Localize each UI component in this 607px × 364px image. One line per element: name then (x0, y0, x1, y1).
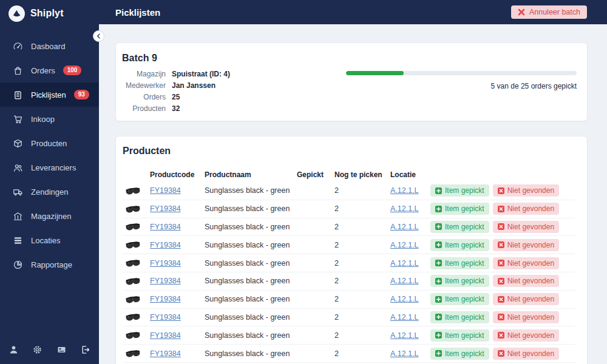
item-picked-button[interactable]: Item gepickt (430, 239, 489, 251)
products-title: Producten (123, 145, 575, 157)
location-link[interactable]: A.12.1.L (390, 295, 419, 303)
sidebar-item-dashboard[interactable]: Dasboard (0, 34, 99, 58)
sidebar-footer (0, 337, 99, 364)
item-picked-button[interactable]: Item gepickt (430, 293, 489, 305)
item-picked-button[interactable]: Item gepickt (430, 275, 489, 287)
sidebar-item-reports[interactable]: Rapportage (0, 252, 99, 277)
product-name: Sunglasses black - green (205, 241, 297, 249)
product-code-link[interactable]: FY19384 (150, 259, 181, 268)
product-thumbnail (123, 205, 150, 213)
logout-icon[interactable] (80, 345, 90, 355)
table-header-row: Productcode Productnaam Gepickt Nog te p… (123, 167, 575, 182)
to-pick-count: 2 (334, 259, 390, 268)
product-name: Sunglasses black - green (205, 204, 297, 213)
field-label: Medewerker (122, 81, 166, 90)
table-row: FY19384 Sunglasses black - green 2 A.12.… (123, 309, 575, 327)
location-link[interactable]: A.12.1.L (390, 349, 419, 358)
app-root: Shiplyt Dasboard Orders 100 Picklij (0, 0, 607, 364)
plus-icon (435, 241, 442, 248)
location-link[interactable]: A.12.1.L (390, 313, 419, 322)
plus-icon (435, 350, 442, 357)
product-code-link[interactable]: FY19384 (150, 295, 181, 303)
location-link[interactable]: A.12.1.L (390, 204, 419, 213)
x-icon (498, 260, 504, 266)
table-row: FY19384 Sunglasses black - green 2 A.12.… (123, 200, 575, 218)
product-code-link[interactable]: FY19384 (150, 241, 181, 249)
col-location: Locatie (390, 170, 430, 179)
product-thumbnail (123, 349, 150, 357)
orders-count-badge: 100 (63, 66, 82, 75)
sidebar-item-locations[interactable]: Locaties (0, 228, 99, 252)
location-link[interactable]: A.12.1.L (390, 259, 419, 268)
plus-icon (435, 314, 442, 320)
sidebar-item-picklists[interactable]: Picklijsten 93 (0, 83, 99, 107)
product-code-link[interactable]: FY19384 (150, 349, 181, 358)
cancel-batch-button[interactable]: Annuleer batch (511, 5, 587, 19)
progress-caption: 5 van de 25 orders gepickt (346, 82, 577, 90)
field-label: Orders (122, 93, 166, 101)
app-logo[interactable]: Shiplyt (0, 0, 99, 27)
location-link[interactable]: A.12.1.L (390, 241, 419, 249)
not-found-button[interactable]: Niet gevonden (493, 203, 559, 215)
sidebar-item-label: Leveranciers (31, 163, 76, 172)
not-found-button[interactable]: Niet gevonden (493, 184, 559, 197)
product-code-link[interactable]: FY19384 (150, 277, 181, 285)
not-found-button[interactable]: Niet gevonden (493, 239, 559, 251)
user-icon[interactable] (8, 345, 19, 355)
sidebar-item-orders[interactable]: Orders 100 (0, 58, 99, 83)
location-link[interactable]: A.12.1.L (390, 277, 419, 285)
red-x-icon (518, 8, 525, 16)
item-picked-button[interactable]: Item gepickt (430, 311, 489, 323)
table-row: FY19384 Sunglasses black - green 2 A.12.… (123, 272, 575, 291)
product-code-link[interactable]: FY19384 (150, 204, 181, 213)
sunglasses-image (125, 187, 141, 195)
col-productname: Productnaam (205, 170, 297, 179)
item-picked-button[interactable]: Item gepickt (430, 221, 489, 233)
not-found-button[interactable]: Niet gevonden (493, 221, 559, 233)
sunglasses-image (125, 313, 141, 321)
location-link[interactable]: A.12.1.L (390, 331, 419, 340)
not-found-button[interactable]: Niet gevonden (493, 257, 559, 269)
product-thumbnail (123, 331, 150, 339)
location-link[interactable]: A.12.1.L (390, 186, 419, 195)
sidebar-item-products[interactable]: Producten (0, 131, 99, 155)
col-picked: Gepickt (297, 170, 334, 179)
item-picked-button[interactable]: Item gepickt (430, 348, 489, 360)
row-actions: Item gepickt Niet gevonden (430, 257, 575, 269)
terminal-icon[interactable] (56, 345, 67, 355)
item-picked-button[interactable]: Item gepickt (430, 329, 489, 342)
product-code-link[interactable]: FY19384 (150, 186, 181, 195)
location-link[interactable]: A.12.1.L (390, 223, 419, 231)
pie-chart-icon (13, 260, 23, 270)
not-found-button[interactable]: Niet gevonden (493, 329, 559, 342)
not-found-button[interactable]: Niet gevonden (493, 293, 559, 305)
x-icon (498, 350, 504, 357)
sidebar-collapse-button[interactable] (93, 30, 104, 42)
box-icon (13, 138, 23, 149)
product-code-link[interactable]: FY19384 (150, 313, 181, 322)
item-picked-button[interactable]: Item gepickt (430, 203, 489, 215)
sidebar-item-suppliers[interactable]: Leveranciers (0, 155, 99, 180)
sunglasses-image (125, 295, 141, 303)
sidebar-item-warehouses[interactable]: Magazijnen (0, 204, 99, 228)
item-picked-button[interactable]: Item gepickt (430, 184, 489, 197)
item-picked-label: Item gepickt (445, 331, 484, 340)
col-productcode: Productcode (150, 170, 205, 179)
item-picked-label: Item gepickt (445, 204, 484, 213)
sidebar-item-label: Picklijsten (31, 90, 66, 99)
shopping-bag-icon (13, 66, 23, 76)
product-code-link[interactable]: FY19384 (150, 223, 181, 231)
table-body: FY19384 Sunglasses black - green 2 A.12.… (123, 182, 575, 364)
not-found-label: Niet gevonden (507, 313, 554, 322)
not-found-button[interactable]: Niet gevonden (493, 348, 559, 360)
gear-icon[interactable] (32, 345, 42, 355)
item-picked-button[interactable]: Item gepickt (430, 257, 489, 269)
sunglasses-image (125, 205, 141, 213)
sidebar-item-shipments[interactable]: Zendingen (0, 180, 99, 204)
progress-bar-fill (346, 71, 404, 75)
x-icon (498, 296, 504, 303)
not-found-button[interactable]: Niet gevonden (493, 275, 559, 287)
product-code-link[interactable]: FY19384 (150, 331, 181, 340)
not-found-button[interactable]: Niet gevonden (493, 311, 559, 323)
sidebar-item-purchasing[interactable]: Inkoop (0, 107, 99, 131)
